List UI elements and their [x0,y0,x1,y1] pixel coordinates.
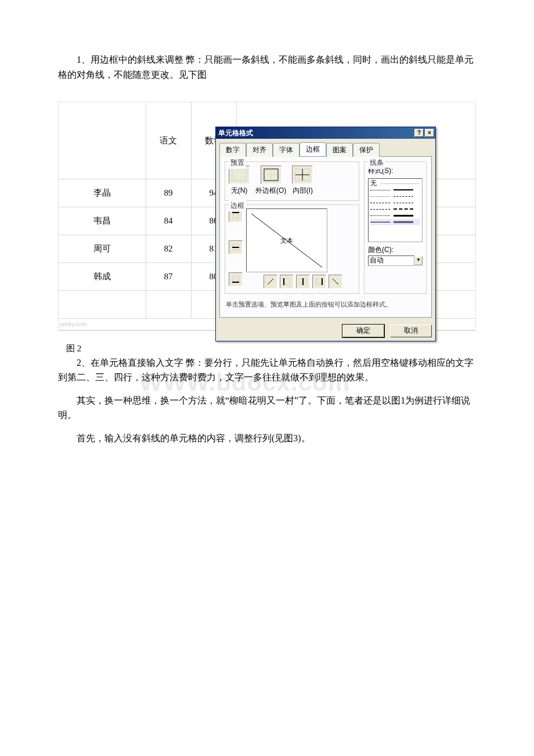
color-dropdown-arrow[interactable]: ▼ [414,256,423,265]
figure-caption: 图 2 [66,341,476,355]
name-cell: 周可 [59,235,146,262]
color-label: 颜色(C): [368,244,423,255]
tab-pattern[interactable]: 图案 [326,143,353,157]
svg-rect-19 [316,279,321,285]
svg-rect-0 [232,169,246,181]
preset-inside-label: 内部(I) [293,185,313,196]
border-vmid-button[interactable] [296,275,310,289]
lines-group: 线条 样式(S): 无 [364,161,427,294]
paragraph-3: 其实，换一种思维，换一个方法，就“柳暗花明又一村”了。下面，笔者还是以图1为例进… [58,393,476,423]
preset-none-label: 无(N) [231,185,248,196]
svg-rect-11 [233,276,239,281]
preset-outline-label: 外边框(O) [255,185,286,196]
tab-border[interactable]: 边框 [300,142,326,156]
score-cell: 82 [146,235,191,262]
border-hmid-button[interactable] [229,240,243,254]
score-cell: 84 [146,207,191,235]
close-button[interactable]: × [425,129,434,137]
border-bottom-button[interactable] [229,272,243,286]
dialog-hint: 单击预置选项、预览草图及上面的按钮可以添加边框样式。 [225,297,427,312]
paragraph-4: 首先，输入没有斜线的单元格的内容，调整行列(见图3)。 [58,431,476,446]
name-cell: 李晶 [59,179,146,207]
col-header-chinese: 语文 [146,102,191,179]
border-group: 边框 [225,204,359,294]
diagonal-header-cell [59,102,146,179]
ok-button[interactable]: 确定 [342,325,384,337]
border-left-button[interactable] [280,275,294,289]
border-right-button[interactable] [312,275,326,289]
border-diag-down-button[interactable] [329,275,342,289]
score-cell: 87 [146,262,191,290]
svg-line-14 [268,279,273,285]
score-cell: 89 [146,179,191,207]
logo-watermark: yesky.com [60,320,87,329]
border-diag-up-button[interactable] [264,275,277,289]
preset-outline-button[interactable] [261,165,282,184]
spreadsheet-figure: 语文 数学 李晶 89 94 韦昌 84 86 周可 [58,102,476,331]
svg-rect-16 [285,279,290,285]
line-style-list[interactable]: 无 [368,178,423,242]
paragraph-1: 1、用边框中的斜线来调整 弊：只能画一条斜线，不能画多条斜线，同时，画出的斜线只… [58,52,476,82]
name-cell: 韩成 [59,262,146,290]
tab-font[interactable]: 字体 [273,143,300,157]
lines-legend: 线条 [368,157,385,168]
style-none[interactable]: 无 [370,178,377,189]
color-select[interactable]: 自动 [368,255,414,266]
preset-inside-button[interactable] [292,165,313,184]
tab-protection[interactable]: 保护 [353,143,380,157]
svg-line-21 [333,279,338,285]
svg-rect-8 [233,214,239,218]
tab-align[interactable]: 对齐 [246,143,273,157]
paragraph-2: 2、在单元格直接输入文字 弊：要分行，只能先让单元格自动换行，然后用空格键移动相… [58,355,476,385]
dialog-titlebar[interactable]: 单元格格式 ? × [216,127,435,139]
border-preview[interactable]: 文本 [246,208,327,272]
dialog-title: 单元格格式 [217,128,413,139]
preview-text: 文本 [280,236,293,246]
preset-legend: 预置 [229,157,246,168]
color-value: 自动 [370,255,384,266]
preset-group: 预置 无(N) [225,161,359,200]
name-cell: 韦昌 [59,207,146,235]
cancel-button[interactable]: 取消 [390,325,432,337]
cell-format-dialog: 单元格格式 ? × 数字 对齐 字体 边框 图案 保护 预 [215,127,436,341]
border-legend: 边框 [229,200,246,211]
tab-number[interactable]: 数字 [219,143,246,157]
help-button[interactable]: ? [414,129,424,137]
